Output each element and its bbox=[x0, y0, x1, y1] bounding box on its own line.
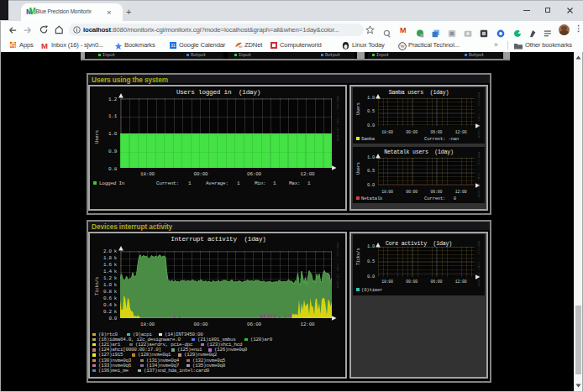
svg-text:W: W bbox=[400, 44, 405, 49]
